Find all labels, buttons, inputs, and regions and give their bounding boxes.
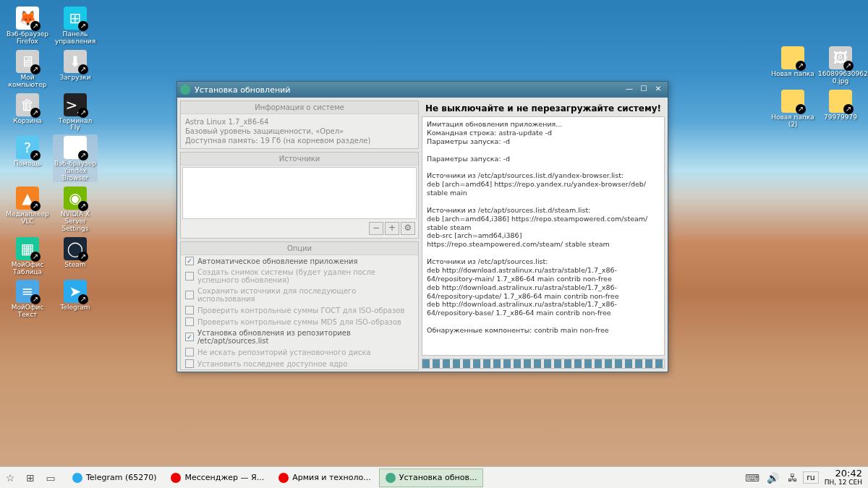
checkbox-icon[interactable]: ✓ xyxy=(185,257,194,265)
show-desktop-button[interactable]: ⊞ xyxy=(22,469,39,487)
options-panel: Опции ✓Автоматическое обновление приложе… xyxy=(180,241,419,370)
clock[interactable]: 20:42 ПН, 12 СЕН xyxy=(819,468,868,486)
sources-list[interactable] xyxy=(182,167,417,219)
telegram-icon xyxy=(72,473,82,483)
desktop-icon-help[interactable]: ?↗Помощь xyxy=(5,134,50,182)
taskbar-task-yandex2[interactable]: Армия и техноло... xyxy=(272,468,378,487)
sources-panel: Источники − + ⚙ xyxy=(180,152,419,239)
nvidia-icon: ◉↗ xyxy=(64,187,87,210)
option-5[interactable]: ✓Установка обновления из репозиториев /e… xyxy=(181,328,418,346)
warning-text: Не выключайте и не перезагружайте систем… xyxy=(422,100,665,116)
myoffice-sheet-icon: ▦↗ xyxy=(16,237,39,260)
desktop-icons-left: 🦊↗Вэб-браузер Firefox⊞↗Панель управления… xyxy=(4,4,99,320)
window-titlebar[interactable]: Установка обновлений — ☐ ✕ xyxy=(177,82,668,98)
sysinfo-panel: Информация о системе Astra Linux 1.7_x86… xyxy=(180,100,419,149)
option-2: Сохранить источники для последующего исп… xyxy=(181,286,418,304)
desktop-icon-trash[interactable]: 🗑↗Корзина xyxy=(5,92,50,132)
desktop-icon-folder3[interactable]: ↗79979979 xyxy=(818,88,863,129)
steam-icon: ◯↗ xyxy=(64,237,87,260)
option-3: Проверить контрольные суммы ГОСТ для ISO… xyxy=(181,304,418,316)
desktop-icon-label: Медиаплеер VLC xyxy=(5,211,50,226)
desktop-icon-firefox[interactable]: 🦊↗Вэб-браузер Firefox xyxy=(5,5,50,46)
help-icon: ?↗ xyxy=(16,136,39,159)
desktop-icon-label: Вэб-браузер Firefox xyxy=(5,31,50,46)
file-manager-button[interactable]: ▭ xyxy=(42,469,59,487)
desktop-icon-label: Telegram xyxy=(53,304,98,312)
log-output[interactable]: Имитация обновления приложения... Команд… xyxy=(422,116,665,356)
option-0[interactable]: ✓Автоматическое обновление приложения xyxy=(181,255,418,267)
desktop-icon-myoffice-text[interactable]: ≡↗МойОфис Текст xyxy=(5,278,50,319)
desktop: 🦊↗Вэб-браузер Firefox⊞↗Панель управления… xyxy=(0,0,868,488)
task-label: Армия и техноло... xyxy=(292,473,371,482)
firefox-icon: 🦊↗ xyxy=(16,7,39,30)
option-7: Установить последнее доступное ядро xyxy=(181,358,418,369)
desktop-icon-steam[interactable]: ◯↗Steam xyxy=(53,236,98,276)
desktop-icon-label: МойОфис Таблица xyxy=(5,262,50,276)
desktop-icon-terminal[interactable]: >_↗Терминал Fly xyxy=(53,92,98,132)
minimize-button[interactable]: — xyxy=(623,85,636,95)
desktop-icon-label: 79979979 xyxy=(818,114,863,121)
vlc-icon: ▲↗ xyxy=(16,187,39,210)
desktop-icon-label: Steam xyxy=(53,262,98,269)
taskbar-task-updater[interactable]: Установка обнов... xyxy=(379,468,484,487)
sources-title: Источники xyxy=(181,153,418,166)
option-6: Не искать репозиторий установочного диск… xyxy=(181,346,418,358)
desktop-icon-label: Корзина xyxy=(5,118,50,125)
updater-icon xyxy=(386,473,396,483)
desktop-icon-image1[interactable]: 🖼↗160899630962 0.jpg xyxy=(818,45,863,85)
telegram-icon: ➤↗ xyxy=(64,280,87,303)
desktop-icon-label: Новая папка xyxy=(770,71,815,78)
volume-icon[interactable]: 🔊 xyxy=(764,469,781,487)
option-label: Установка обновления из репозиториев /et… xyxy=(197,329,414,345)
control-panel-icon: ⊞↗ xyxy=(64,7,87,30)
desktop-icon-label: Мой компьютер xyxy=(5,74,50,89)
checkbox-icon[interactable]: ✓ xyxy=(185,333,194,341)
desktop-icon-vlc[interactable]: ▲↗Медиаплеер VLC xyxy=(5,185,50,233)
desktop-icon-label: Новая папка (2) xyxy=(770,114,815,129)
desktop-icon-label: NVIDIA X Server Settings xyxy=(53,211,98,233)
sysinfo-text: Astra Linux 1.7_x86-64 Базовый уровень з… xyxy=(181,114,418,148)
desktop-icon-yandex-browser[interactable]: Y↗Вэб-браузер Yandex Browser xyxy=(53,134,98,182)
checkbox-icon xyxy=(185,317,194,326)
source-add-button[interactable]: + xyxy=(385,222,399,235)
taskbar-task-yandex1[interactable]: Мессенджер — Я... xyxy=(164,468,271,487)
desktop-icon-control-panel[interactable]: ⊞↗Панель управления xyxy=(53,5,98,46)
checkbox-icon xyxy=(185,306,194,314)
task-label: Установка обнов... xyxy=(399,473,477,482)
desktop-icon-folder2[interactable]: ↗Новая папка (2) xyxy=(770,88,815,129)
desktop-icon-folder[interactable]: ↗Новая папка xyxy=(770,45,815,85)
taskbar-task-telegram[interactable]: Telegram (65270) xyxy=(66,468,163,487)
yandex2-icon xyxy=(278,473,289,483)
desktop-icon-telegram[interactable]: ➤↗Telegram xyxy=(53,278,98,319)
option-label: Установить последнее доступное ядро xyxy=(197,360,347,368)
desktop-icon-downloads[interactable]: ⬇↗Загрузки xyxy=(53,48,98,89)
task-label: Telegram (65270) xyxy=(86,473,156,482)
window-title: Установка обновлений xyxy=(195,85,290,95)
clock-date: ПН, 12 СЕН xyxy=(825,479,862,487)
source-remove-button[interactable]: − xyxy=(369,222,383,235)
terminal-icon: >_↗ xyxy=(64,93,87,116)
desktop-icon-label: Панель управления xyxy=(53,31,98,46)
folder3-icon: ↗ xyxy=(829,90,852,113)
option-4: Проверить контрольные суммы MD5 для ISO-… xyxy=(181,316,418,328)
desktop-icon-nvidia[interactable]: ◉↗NVIDIA X Server Settings xyxy=(53,185,98,233)
source-settings-button[interactable]: ⚙ xyxy=(401,222,415,235)
language-indicator[interactable]: ru xyxy=(803,471,819,484)
maximize-button[interactable]: ☐ xyxy=(637,85,650,95)
keyboard-icon[interactable]: ⌨ xyxy=(744,469,761,487)
checkbox-icon xyxy=(185,359,194,368)
network-icon[interactable]: 🖧 xyxy=(784,469,801,487)
option-label: Автоматическое обновление приложения xyxy=(197,257,358,265)
start-button[interactable]: ☆ xyxy=(1,469,19,487)
close-button[interactable]: ✕ xyxy=(652,85,665,95)
option-label: Сохранить источники для последующего исп… xyxy=(197,287,414,303)
option-label: Проверить контрольные суммы ГОСТ для ISO… xyxy=(197,307,404,314)
progress-bar xyxy=(422,359,665,369)
desktop-icon-label: 160899630962 0.jpg xyxy=(818,71,863,85)
desktop-icon-my-computer[interactable]: 🖥↗Мой компьютер xyxy=(5,48,50,89)
checkbox-icon xyxy=(185,272,194,281)
desktop-icon-label: Помощь xyxy=(5,160,50,168)
options-title: Опции xyxy=(181,242,418,255)
desktop-icon-myoffice-sheet[interactable]: ▦↗МойОфис Таблица xyxy=(5,236,50,276)
myoffice-text-icon: ≡↗ xyxy=(16,280,39,303)
